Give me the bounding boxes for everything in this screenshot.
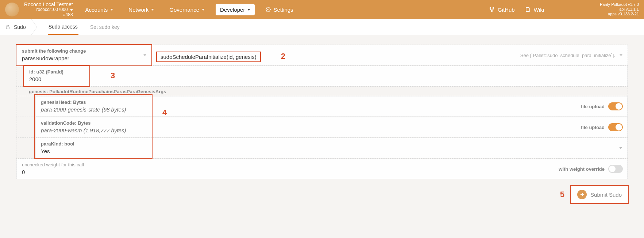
github-link[interactable]: GitHub — [489, 7, 515, 13]
genesis-head-field[interactable]: genesisHead: Bytes para-2000-genesis-sta… — [35, 96, 628, 117]
nav-settings-label: Settings — [273, 7, 293, 13]
row-genesis-head: genesisHead: Bytes para-2000-genesis-sta… — [16, 96, 628, 117]
weight-label: unchecked weight for this call — [22, 162, 622, 167]
row-para-kind: paraKind: bool Yes — [16, 137, 628, 158]
wiki-label: Wiki — [534, 7, 544, 13]
network-block: #483 — [63, 12, 73, 18]
annotation-3: 3 — [111, 71, 115, 80]
svg-point-0 — [268, 9, 269, 10]
toggle-weight-override[interactable] — [608, 165, 623, 173]
weight-field: unchecked weight for this call 0 with we… — [16, 159, 628, 179]
submit-sudo-button[interactable]: Submit Sudo — [571, 186, 628, 203]
upload-label: file upload — [581, 104, 605, 109]
tab-set-sudo-key[interactable]: Set sudo key — [89, 20, 120, 34]
toggle-file-upload-validation-code[interactable] — [608, 123, 623, 131]
row-validation-code: validationCode: Bytes para-2000-wasm (1,… — [16, 117, 628, 137]
method-value: sudoScheduleParaInitialize(id, genesis) — [157, 52, 260, 61]
nav-developer[interactable]: Developer — [216, 4, 255, 15]
chevron-down-icon — [143, 54, 146, 56]
para-kind-label: paraKind: bool — [41, 141, 622, 147]
version-line-1: Parity Polkadot v1.7.0 — [600, 2, 639, 7]
top-right-links: GitHub Wiki — [489, 7, 544, 13]
svg-rect-4 — [6, 27, 9, 29]
para-kind-value: Yes — [41, 148, 622, 154]
validation-code-label: validationCode: Bytes — [41, 120, 622, 126]
breadcrumb[interactable]: Sudo — [5, 24, 37, 30]
network-chain: rococo/1007000 — [36, 7, 73, 12]
row-id: id: u32 (ParaId) 2000 3 — [16, 65, 628, 86]
nav-governance[interactable]: Governance — [165, 4, 209, 15]
row-weight: unchecked weight for this call 0 with we… — [16, 158, 628, 179]
chevron-down-icon — [620, 54, 622, 56]
chevron-down-icon — [202, 9, 205, 11]
nav-network-label: Network — [128, 7, 149, 13]
submit-row: 5 Submit Sudo — [16, 186, 628, 203]
validation-code-field[interactable]: validationCode: Bytes para-2000-wasm (1,… — [35, 117, 628, 137]
weight-override-label: with weight override — [559, 166, 605, 172]
section-label: submit the following change — [22, 48, 146, 54]
id-field-highlight: id: u32 (ParaId) 2000 — [24, 66, 89, 86]
module-dropdown[interactable]: submit the following change parasSudoWra… — [16, 45, 151, 65]
toggle-file-upload-genesis-head[interactable] — [608, 102, 623, 110]
svg-point-2 — [493, 7, 494, 8]
nav-developer-label: Developer — [220, 7, 245, 13]
annotation-2: 2 — [281, 52, 285, 61]
version-line-3: apps v0.138.2-21 — [600, 12, 639, 16]
chevron-down-icon — [110, 9, 113, 11]
genesis-label: genesis: PolkadotRuntimeParachainsParasP… — [24, 87, 171, 96]
chevron-down-icon — [619, 147, 622, 149]
gear-icon — [266, 7, 271, 12]
row-genesis-label: genesis: PolkadotRuntimeParachainsParasP… — [16, 86, 628, 96]
network-title: Rococo Local Testnet — [24, 1, 73, 7]
weight-override-group: with weight override — [559, 165, 623, 173]
upload-label: file upload — [581, 125, 605, 130]
chevron-down-icon — [151, 9, 154, 11]
nav-network[interactable]: Network — [124, 4, 158, 15]
chain-avatar — [5, 3, 19, 16]
breadcrumb-label: Sudo — [14, 24, 26, 30]
nav-accounts-label: Accounts — [85, 7, 108, 13]
tab-sudo-access[interactable]: Sudo access — [48, 19, 78, 35]
file-upload-validation-code: file upload — [581, 123, 623, 131]
id-value: 2000 — [29, 76, 84, 82]
submit-icon — [577, 190, 587, 199]
github-label: GitHub — [498, 7, 515, 13]
svg-point-1 — [490, 7, 491, 8]
version-line-2: api v11.1.1 — [600, 7, 639, 12]
wiki-link[interactable]: Wiki — [525, 7, 544, 13]
module-value: parasSudoWrapper — [22, 55, 146, 61]
file-upload-genesis-head: file upload — [581, 102, 623, 110]
svg-point-3 — [491, 10, 492, 11]
validation-code-value: para-2000-wasm (1,918,777 bytes) — [41, 127, 622, 133]
version-info: Parity Polkadot v1.7.0 api v11.1.1 apps … — [600, 2, 639, 17]
submit-label: Submit Sudo — [590, 192, 622, 198]
nav-accounts[interactable]: Accounts — [81, 4, 118, 15]
id-input[interactable] — [89, 66, 628, 86]
sub-nav: Sudo Sudo access Set sudo key — [0, 19, 644, 35]
sudo-form-panel: submit the following change parasSudoWra… — [16, 45, 628, 203]
method-dropdown[interactable]: sudoScheduleParaInitialize(id, genesis) … — [151, 45, 628, 65]
unlock-icon — [5, 24, 10, 30]
branch-icon — [489, 7, 495, 12]
chevron-down-icon — [70, 9, 73, 11]
network-chain-text: rococo/1007000 — [36, 7, 68, 12]
nav-settings[interactable]: Settings — [261, 4, 297, 15]
annotation-4: 4 — [162, 108, 167, 117]
network-info[interactable]: Rococo Local Testnet rococo/1007000 #483 — [24, 1, 73, 18]
method-hint: See [`Pallet::sudo_schedule_para_initial… — [520, 53, 615, 58]
nav-governance-label: Governance — [169, 7, 199, 13]
row-module-method: submit the following change parasSudoWra… — [16, 45, 628, 65]
id-label: id: u32 (ParaId) — [29, 69, 84, 75]
annotation-5: 5 — [560, 190, 564, 199]
chevron-down-icon — [247, 9, 250, 11]
main-nav: Accounts Network Governance Developer Se… — [81, 4, 298, 15]
para-kind-dropdown[interactable]: paraKind: bool Yes — [35, 138, 628, 158]
top-bar: Rococo Local Testnet rococo/1007000 #483… — [0, 0, 644, 19]
genesis-head-label: genesisHead: Bytes — [41, 99, 622, 105]
weight-value: 0 — [22, 169, 622, 175]
genesis-head-value: para-2000-genesis-state (98 bytes) — [41, 106, 622, 113]
book-icon — [525, 7, 531, 12]
